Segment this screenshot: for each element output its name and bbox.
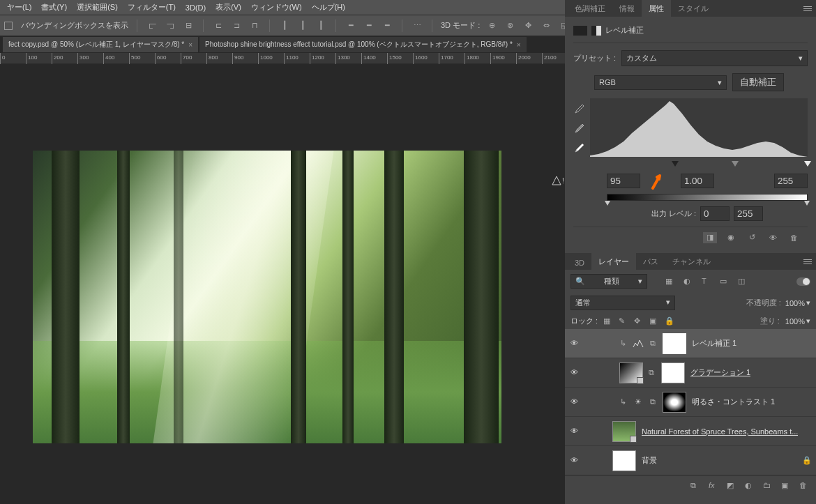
blend-mode-dropdown[interactable]: 通常 ▾ (571, 296, 675, 310)
layer-name[interactable]: Natural Forest of Spruce Trees, Sunbeams… (642, 427, 798, 436)
menu-select[interactable]: 選択範囲(S) (73, 1, 122, 14)
layer-mask-icon[interactable]: ◩ (727, 481, 736, 491)
layer-mask-thumb[interactable] (663, 333, 686, 354)
layer-mask-thumb[interactable] (663, 392, 686, 413)
filter-adjustment-icon[interactable]: ◐ (683, 277, 693, 287)
3d-pan-icon[interactable]: ✥ (522, 20, 534, 32)
menu-layer[interactable]: ヤー(L) (3, 1, 36, 14)
document-tab-1[interactable]: fect copy.psd @ 50% (レベル補正 1, レイヤーマスク/8)… (3, 37, 198, 52)
lock-all-icon[interactable]: 🔒 (665, 316, 674, 326)
layer-row-brightness[interactable]: 👁 ↳ ☀ ⧉ 明るさ・コントラスト 1 (565, 388, 816, 417)
align-icon-2[interactable]: ⫎ (164, 20, 176, 32)
3d-orbit-icon[interactable]: ⊕ (485, 20, 498, 32)
distribute-icon-4[interactable]: ━ (345, 20, 357, 32)
layer-row-background[interactable]: 👁 背景 🔒 (565, 446, 816, 475)
panel-menu-icon[interactable] (802, 256, 813, 267)
lock-position-icon[interactable]: ✥ (634, 316, 644, 326)
chevron-down-icon[interactable]: ▾ (806, 298, 810, 307)
layer-name[interactable]: 明るさ・コントラスト 1 (692, 397, 775, 407)
layer-row-levels[interactable]: 👁 ↳ ⧉ レベル補正 1 (565, 329, 816, 358)
input-white-field[interactable] (774, 174, 808, 188)
3d-roll-icon[interactable]: ⊗ (504, 20, 516, 32)
visibility-icon[interactable]: 👁 (571, 397, 580, 407)
visibility-icon[interactable]: 👁 (766, 232, 780, 243)
distribute-icon-1[interactable]: ┃ (278, 20, 291, 32)
output-white-slider[interactable] (804, 201, 810, 206)
layer-mask-thumb[interactable] (661, 362, 685, 383)
output-black-field[interactable] (700, 206, 730, 221)
filter-type-icon[interactable]: T (702, 277, 711, 287)
eyedropper-white-icon[interactable] (573, 142, 584, 153)
tab-properties[interactable]: 属性 (642, 0, 671, 17)
canvas-area[interactable] (0, 64, 565, 504)
input-slider-track[interactable] (607, 161, 808, 169)
close-icon[interactable]: × (188, 41, 192, 49)
layer-thumb[interactable] (612, 421, 636, 442)
eyedropper-gray-icon[interactable] (573, 122, 584, 133)
align-icon-5[interactable]: ⊐ (230, 20, 243, 32)
trash-icon[interactable]: 🗑 (799, 481, 809, 491)
align-icon-3[interactable]: ⊟ (182, 20, 195, 32)
tab-styles[interactable]: スタイル (671, 0, 716, 17)
distribute-icon-3[interactable]: ┃ (315, 20, 327, 32)
visibility-icon[interactable]: 👁 (571, 339, 580, 349)
new-layer-icon[interactable]: ▣ (781, 481, 791, 491)
layer-name[interactable]: グラデーション 1 (690, 367, 750, 378)
fill-value[interactable]: 100% (785, 317, 805, 326)
white-point-slider[interactable] (804, 161, 811, 167)
histogram[interactable] (590, 98, 808, 157)
menu-type[interactable]: 書式(Y) (37, 1, 71, 14)
lock-pixels-icon[interactable]: ✎ (619, 316, 628, 326)
tab-channels[interactable]: チャンネル (665, 253, 718, 270)
visibility-icon[interactable]: 👁 (571, 427, 580, 436)
3d-slide-icon[interactable]: ⇔ (540, 20, 552, 32)
tab-layers[interactable]: レイヤー (591, 253, 636, 270)
group-icon[interactable]: 🗀 (763, 481, 773, 491)
align-icon-6[interactable]: ⊓ (248, 20, 261, 32)
layer-thumb[interactable] (619, 362, 643, 383)
output-white-field[interactable] (734, 206, 763, 221)
layer-thumb[interactable] (612, 450, 636, 471)
auto-button[interactable]: 自動補正 (732, 73, 784, 91)
menu-filter[interactable]: フィルター(T) (123, 1, 180, 14)
reset-icon[interactable]: ↺ (745, 232, 759, 243)
lock-transparency-icon[interactable]: ▦ (603, 316, 613, 326)
clip-to-layer-icon[interactable]: ◨ (703, 232, 717, 243)
tab-color-correction[interactable]: 色調補正 (568, 0, 612, 17)
more-icon[interactable]: ⋯ (411, 20, 423, 32)
channel-dropdown[interactable]: RGB ▾ (594, 75, 727, 90)
layer-row-forest[interactable]: 👁 Natural Forest of Spruce Trees, Sunbea… (565, 417, 816, 446)
tab-info[interactable]: 情報 (612, 0, 642, 17)
align-icon-4[interactable]: ⊏ (212, 20, 225, 32)
filter-toggle[interactable] (796, 277, 810, 286)
visibility-icon[interactable]: 👁 (571, 368, 580, 378)
tab-3d[interactable]: 3D (568, 255, 591, 270)
eyedropper-black-icon[interactable] (573, 102, 584, 114)
tab-paths[interactable]: パス (636, 253, 665, 270)
filter-shape-icon[interactable]: ▭ (720, 277, 730, 287)
input-black-field[interactable] (607, 174, 640, 188)
link-layers-icon[interactable]: ⧉ (690, 481, 700, 491)
black-point-slider[interactable] (672, 161, 679, 167)
layer-name[interactable]: レベル補正 1 (692, 338, 736, 349)
link-icon[interactable]: ⧉ (649, 368, 656, 377)
distribute-icon-6[interactable]: ━ (381, 20, 393, 32)
menu-3d[interactable]: 3D(D) (181, 2, 210, 13)
output-black-slider[interactable] (605, 201, 610, 206)
midtone-slider[interactable] (732, 161, 739, 167)
layer-name[interactable]: 背景 (642, 455, 657, 466)
document-tab-2[interactable]: Photoshop shine brightness effect tutori… (199, 37, 527, 52)
input-gamma-field[interactable] (681, 174, 714, 188)
menu-window[interactable]: ウィンドウ(W) (247, 1, 306, 14)
chevron-down-icon[interactable]: ▾ (806, 316, 810, 326)
menu-view[interactable]: 表示(V) (211, 1, 245, 14)
filter-pixel-icon[interactable]: ▦ (665, 277, 675, 287)
filter-smart-icon[interactable]: ◫ (738, 277, 748, 287)
link-icon[interactable]: ⧉ (650, 397, 657, 406)
layer-kind-dropdown[interactable]: 🔍 種類 ▾ (571, 274, 647, 289)
close-icon[interactable]: × (517, 41, 521, 49)
view-previous-icon[interactable]: ◉ (724, 232, 738, 243)
output-gradient[interactable] (607, 194, 808, 201)
adjustment-layer-icon[interactable]: ◐ (745, 481, 755, 491)
trash-icon[interactable]: 🗑 (787, 232, 801, 243)
